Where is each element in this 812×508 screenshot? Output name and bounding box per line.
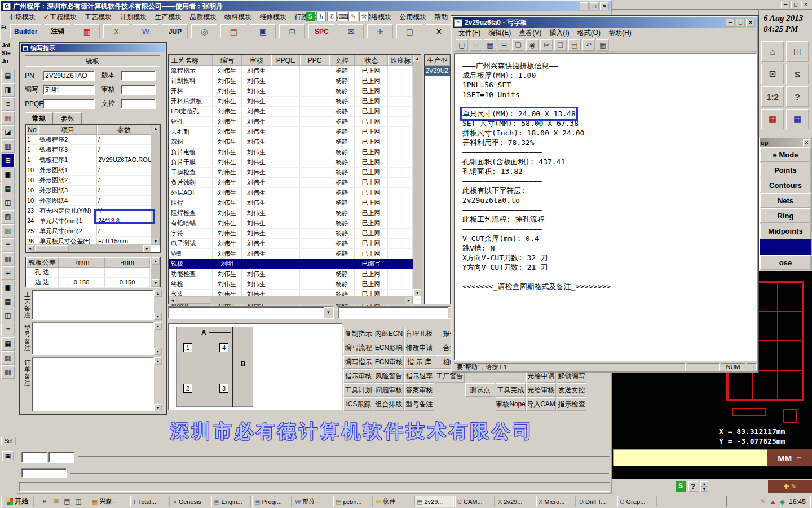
wp-menu-帮助(H)[interactable]: 帮助(H) [604,28,636,38]
view-icon[interactable]: ◎ [191,24,217,38]
menu-item-1[interactable]: ✔工程模块 [39,12,81,23]
scroll-up-icon[interactable]: ▲ [154,357,162,365]
strip-tool-icon-0[interactable]: ▤ [1,69,15,82]
task-button-6[interactable]: ▤pcbn... [333,496,373,507]
strip-tool-icon-7[interactable]: ▣ [1,168,15,181]
tol-vscroll[interactable]: ▲ ▼ [151,257,160,287]
scroll-down-icon[interactable]: ▼ [154,404,162,411]
start-button[interactable]: 开始 [1,496,34,507]
task-button-0[interactable]: ▦兴森... [90,496,129,507]
tab-参数[interactable]: 参数 [54,112,82,125]
param-vscroll[interactable]: ▲ ▼ [151,125,160,245]
action-button-型号备注[interactable]: 型号备注 [404,397,434,411]
action-button-风险警告[interactable]: 风险警告 [374,369,404,383]
action-button-工具完成[interactable]: 工具完成 [496,383,526,397]
task-button-10[interactable]: X2v29... [496,496,535,507]
process-row-去毛刺[interactable]: 去毛刺刘伟生刘伟生杨静已上网 [169,127,421,137]
wordpad-content[interactable]: ———广州兴森快捷拼板信息——成品板厚(MM): 1.001PNL=56 SET… [454,53,757,361]
strip-extra-icon[interactable]: ▣ [2,451,14,461]
task-button-1[interactable]: TTotal... [130,496,170,507]
save-icon[interactable]: ▦ [484,39,496,51]
cam-maximize-icon[interactable]: □ [791,1,800,8]
minimize-icon[interactable]: ─ [580,2,589,10]
scroll-up-icon[interactable]: ▲ [154,290,162,297]
action-button-答案审核[interactable]: 答案审核 [404,383,434,397]
param-row[interactable]: 10外形图纸1/ [26,165,160,176]
strip-tool-icon-8[interactable]: ▤ [1,182,15,195]
note-textarea-0[interactable] [32,290,154,320]
param-row[interactable]: 24单元尺寸(mm)124*13.8 [26,216,160,226]
datetime-icon[interactable]: ▦ [597,39,609,51]
tolerance-row[interactable]: 孔-边 [26,268,160,278]
spinner-control[interactable]: ▲▼ [700,481,708,492]
tolerance-row[interactable]: 边-边0.1500.150 [26,278,160,288]
production-cell[interactable]: 2V29UZ [425,66,450,76]
cam-tool-icon-2[interactable]: ⊡ [761,64,784,84]
popup-button-midpoints[interactable]: Midpoints [760,224,811,238]
spc-button[interactable]: SPC [308,24,334,38]
scroll-up-icon[interactable]: ▲ [152,125,160,132]
process-row-干膜检查[interactable]: 干膜检查刘伟生刘伟生杨静已上网 [169,168,421,178]
task-button-12[interactable]: DDrill T... [577,496,616,507]
printer-icon[interactable]: ⊟ [279,24,305,38]
quicklaunch-icon-3[interactable]: ◫ [73,496,84,507]
action-button-工具计划[interactable]: 工具计划 [343,383,373,397]
menu-item-4[interactable]: 生产模块 [151,12,186,23]
jup-button[interactable]: JUP [162,24,188,38]
sel-button[interactable]: Sel [1,437,16,445]
process-row-计划投料[interactable]: 计划投料刘伟生刘伟生杨静已上网 [169,76,421,86]
new-doc-icon[interactable]: ▢ [456,39,468,51]
popup-button-ring[interactable]: Ring [760,208,811,223]
process-row-流程指示[interactable]: 流程指示刘伟生刘伟生杨静已上网 [169,66,421,76]
field-input-版本[interactable] [121,71,156,81]
wubi-icon[interactable]: 五 [316,12,326,21]
strip-tool-icon-16[interactable]: ▤ [1,295,15,308]
tool-status-block[interactable]: ✚ ✎ [768,480,812,493]
scroll-right-icon[interactable]: ► [143,245,151,252]
tray-icon-1[interactable]: ▲ [770,498,776,506]
param-row[interactable]: 1铣板程序3/ [26,145,160,155]
popup-button-contours[interactable]: Contours [760,178,811,192]
strip-tool-icon-4[interactable]: ◪ [1,125,15,139]
doc-icon[interactable]: ▢ [396,24,422,38]
minimize-icon[interactable]: ─ [726,19,735,27]
maximize-icon[interactable]: □ [590,2,599,10]
process-row-负片干膜[interactable]: 负片干膜刘伟生刘伟生杨静已上网 [169,157,421,168]
action-button-指示审核[interactable]: 指示审核 [343,369,373,383]
print-preview-icon[interactable]: ❏ [512,39,524,51]
scroll-right-icon[interactable]: ► [405,297,413,304]
action-button-指示退率[interactable]: 指示退率 [404,369,434,383]
scroll-down-icon[interactable]: ▼ [152,279,160,287]
scroll-up-icon[interactable]: ▲ [152,257,160,265]
units-mm-button[interactable]: MM ▭ [767,449,812,466]
filter-combobox-1[interactable]: ▼ [168,306,334,319]
cam-tool-icon-3[interactable]: S [786,64,809,84]
scroll-down-icon[interactable]: ▼ [154,348,162,355]
process-row-终检[interactable]: 终检刘伟生刘伟生杨静已上网 [169,279,421,290]
popup-button-ose[interactable]: ose [760,255,811,270]
cut-icon[interactable]: ✂ [540,39,553,51]
quicklaunch-icon-0[interactable]: e [39,496,50,507]
menu-item-6[interactable]: 物料模块 [220,12,255,23]
action-button-测试点[interactable]: 测试点 [465,383,495,397]
scroll-thumb[interactable] [178,297,211,304]
im-tray-icon[interactable]: S [676,481,686,492]
im-indicator-icon[interactable]: S [306,12,315,21]
task-button-13[interactable]: GGrap... [617,496,657,507]
task-button-8[interactable]: ▤2v29... [414,496,454,507]
book-icon[interactable]: ▤ [220,24,246,38]
task-button-9[interactable]: CCAM... [455,496,495,507]
field-input-PPQE[interactable] [43,99,95,109]
task-button-7[interactable]: ✉收件... [374,496,413,507]
process-row-功能检查[interactable]: 功能检查刘伟生刘伟生杨静已上网 [169,269,421,279]
action-button-编写流程[interactable]: 编写流程 [343,341,373,354]
scroll-down-icon[interactable]: ▼ [152,238,160,245]
strip-tool-icon-3[interactable]: ▦ [1,111,15,125]
cam-tool-icon-1[interactable]: ◫ [786,41,809,62]
proc-vscroll[interactable]: ▲ ▼ [413,55,422,296]
task-button-5[interactable]: W部分... [293,496,332,507]
popup-button-e-mode[interactable]: e Mode [760,147,811,162]
process-row-开料后烘板[interactable]: 开料后烘板刘伟生刘伟生杨静已上网 [169,97,421,107]
strip-tool-icon-21[interactable]: ▥ [1,365,15,379]
param-row[interactable]: 23有无内定位孔(Y/N)Y [26,206,160,216]
